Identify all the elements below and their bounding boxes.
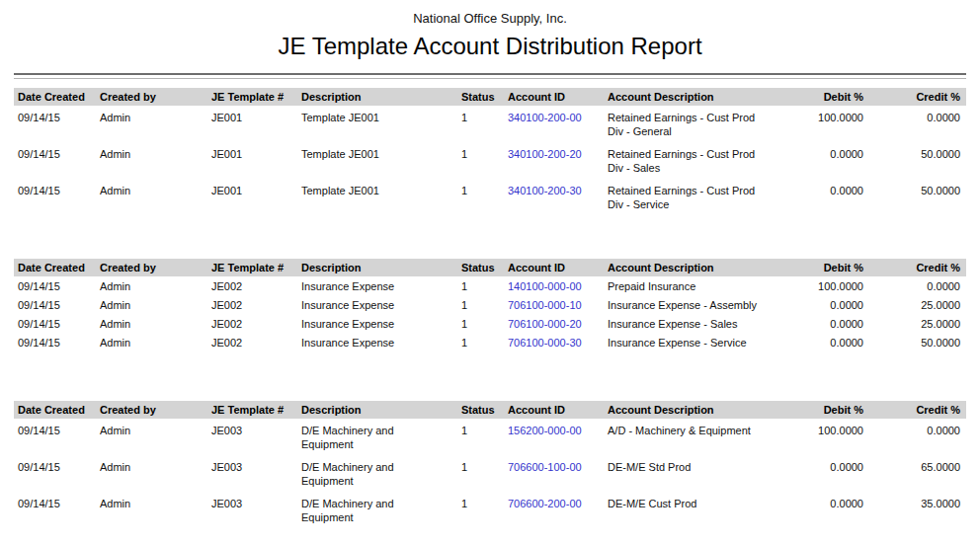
cell-credit-percent: 50.0000 — [869, 333, 966, 351]
cell-account-description: A/D - Machinery & Equipment — [604, 419, 776, 455]
cell-account-id: 706100-000-30 — [504, 333, 604, 351]
cell-status: 1 — [457, 419, 504, 455]
cell-account-description: Insurance Expense - Assembly — [604, 295, 776, 314]
table-row: 09/14/15 Admin JE002 Insurance Expense 1… — [14, 314, 966, 333]
cell-created-by: Admin — [96, 179, 207, 215]
cell-created-by: Admin — [96, 276, 207, 295]
cell-created-by: Admin — [96, 314, 207, 333]
header-divider — [14, 73, 966, 79]
account-id-link[interactable]: 706600-200-00 — [508, 498, 582, 509]
cell-je-template-number: JE001 — [207, 179, 297, 215]
cell-debit-percent: 0.0000 — [776, 179, 869, 215]
column-header: Created by — [96, 401, 207, 419]
page-title: JE Template Account Distribution Report — [14, 33, 966, 60]
column-header: Status — [457, 401, 504, 419]
cell-created-by: Admin — [96, 295, 207, 314]
cell-je-template-number: JE002 — [207, 295, 297, 314]
cell-debit-percent: 100.0000 — [776, 106, 869, 142]
cell-description: D/E Machinery and Equipment — [297, 455, 457, 492]
column-header: Status — [457, 88, 504, 106]
cell-debit-percent: 0.0000 — [776, 142, 869, 179]
cell-status: 1 — [457, 142, 504, 179]
cell-debit-percent: 0.0000 — [776, 455, 869, 492]
cell-account-id: 156200-000-00 — [504, 419, 604, 455]
report-page: National Office Supply, Inc. JE Template… — [0, 0, 980, 528]
cell-account-description: Retained Earnings - Cust Prod Div - Sale… — [604, 142, 776, 179]
cell-created-by: Admin — [96, 492, 207, 528]
column-header: JE Template # — [207, 401, 297, 419]
account-id-link[interactable]: 156200-000-00 — [508, 425, 582, 436]
account-id-link[interactable]: 340100-200-30 — [508, 185, 582, 196]
account-id-link[interactable]: 140100-000-00 — [508, 280, 582, 292]
cell-credit-percent: 0.0000 — [869, 106, 966, 142]
table-header-row: Date CreatedCreated byJE Template #Descr… — [14, 259, 966, 276]
cell-created-by: Admin — [96, 333, 207, 351]
cell-date-created: 09/14/15 — [14, 455, 96, 492]
cell-date-created: 09/14/15 — [14, 295, 96, 314]
cell-description: Template JE001 — [297, 142, 457, 179]
je-template-table: Date CreatedCreated byJE Template #Descr… — [14, 88, 966, 215]
cell-account-id: 340100-200-30 — [504, 179, 604, 215]
table-header-row: Date CreatedCreated byJE Template #Descr… — [14, 88, 966, 106]
cell-je-template-number: JE002 — [207, 333, 297, 351]
column-header: Debit % — [776, 401, 869, 419]
cell-account-description: Retained Earnings - Cust Prod Div - Gene… — [604, 106, 776, 142]
account-id-link[interactable]: 706600-100-00 — [508, 461, 582, 473]
column-header: Account Description — [604, 88, 776, 106]
table-row: 09/14/15 Admin JE001 Template JE001 1 34… — [14, 179, 966, 215]
cell-je-template-number: JE001 — [207, 106, 297, 142]
cell-debit-percent: 100.0000 — [776, 276, 869, 295]
cell-debit-percent: 0.0000 — [776, 333, 869, 351]
column-header: Date Created — [14, 401, 96, 419]
column-header: Account Description — [604, 259, 776, 276]
cell-je-template-number: JE003 — [207, 492, 297, 528]
cell-status: 1 — [457, 455, 504, 492]
cell-status: 1 — [457, 295, 504, 314]
table-row: 09/14/15 Admin JE003 D/E Machinery and E… — [14, 419, 966, 455]
cell-date-created: 09/14/15 — [14, 106, 96, 142]
cell-date-created: 09/14/15 — [14, 314, 96, 333]
cell-status: 1 — [457, 179, 504, 215]
cell-debit-percent: 0.0000 — [776, 314, 869, 333]
cell-date-created: 09/14/15 — [14, 179, 96, 215]
cell-description: Insurance Expense — [297, 276, 457, 295]
column-header: Credit % — [869, 259, 966, 276]
cell-credit-percent: 25.0000 — [869, 314, 966, 333]
account-id-link[interactable]: 706100-000-10 — [508, 299, 582, 311]
account-id-link[interactable]: 706100-000-30 — [508, 337, 582, 349]
cell-date-created: 09/14/15 — [14, 419, 96, 455]
cell-account-id: 706100-000-20 — [504, 314, 604, 333]
cell-account-id: 340100-200-00 — [504, 106, 604, 142]
column-header: Account ID — [504, 401, 604, 419]
cell-created-by: Admin — [96, 455, 207, 492]
je-template-table: Date CreatedCreated byJE Template #Descr… — [14, 259, 966, 351]
account-id-link[interactable]: 340100-200-00 — [508, 112, 582, 123]
cell-account-id: 706100-000-10 — [504, 295, 604, 314]
column-header: Account ID — [504, 88, 604, 106]
column-header: Created by — [96, 259, 207, 276]
cell-credit-percent: 0.0000 — [869, 419, 966, 455]
cell-created-by: Admin — [96, 106, 207, 142]
column-header: Debit % — [776, 259, 869, 276]
company-name: National Office Supply, Inc. — [14, 0, 966, 26]
table-row: 09/14/15 Admin JE002 Insurance Expense 1… — [14, 295, 966, 314]
table-row: 09/14/15 Admin JE002 Insurance Expense 1… — [14, 333, 966, 351]
account-id-link[interactable]: 706100-000-20 — [508, 318, 582, 330]
column-header: Account ID — [504, 259, 604, 276]
column-header: Description — [297, 401, 457, 419]
table-row: 09/14/15 Admin JE001 Template JE001 1 34… — [14, 106, 966, 142]
cell-credit-percent: 0.0000 — [869, 276, 966, 295]
column-header: Debit % — [776, 88, 869, 106]
cell-account-description: DE-M/E Cust Prod — [604, 492, 776, 528]
cell-account-id: 140100-000-00 — [504, 276, 604, 295]
cell-status: 1 — [457, 276, 504, 295]
cell-account-description: Insurance Expense - Service — [604, 333, 776, 351]
cell-status: 1 — [457, 492, 504, 528]
column-header: Description — [297, 88, 457, 106]
cell-debit-percent: 0.0000 — [776, 295, 869, 314]
cell-date-created: 09/14/15 — [14, 492, 96, 528]
cell-je-template-number: JE003 — [207, 419, 297, 455]
table-row: 09/14/15 Admin JE002 Insurance Expense 1… — [14, 276, 966, 295]
cell-debit-percent: 0.0000 — [776, 492, 869, 528]
account-id-link[interactable]: 340100-200-20 — [508, 148, 582, 160]
